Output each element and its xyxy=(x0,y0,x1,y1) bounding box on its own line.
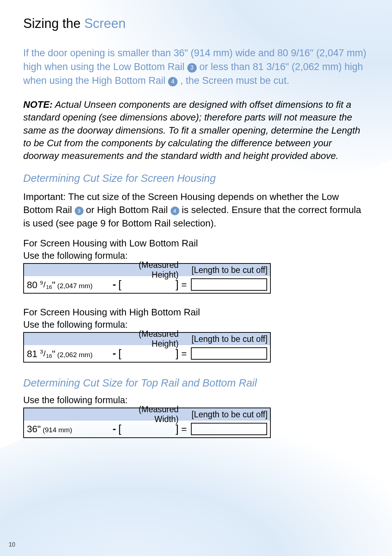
title-prefix: Sizing the xyxy=(23,16,84,31)
important-text-2: or High Bottom Rail xyxy=(86,204,171,215)
part-badge-3-icon: 3 xyxy=(187,63,197,73)
formula-high-use-line: Use the following formula: xyxy=(23,319,369,330)
fraction-numerator: 9 xyxy=(40,279,43,286)
formula-low-label: For Screen Housing with Low Bottom Rail xyxy=(23,238,369,249)
part-badge-4-icon: 4 xyxy=(171,207,179,215)
header-length-cut: [Length to be cut off] xyxy=(189,410,270,420)
measured-height-blank xyxy=(121,348,175,359)
const-unit: " xyxy=(52,279,55,290)
formula-high-label-main: For Screen Housing xyxy=(23,307,110,318)
close-bracket: ] xyxy=(176,278,179,291)
close-bracket: ] xyxy=(176,423,179,435)
section-heading-rails: Determining Cut Size for Top Rail and Bo… xyxy=(23,377,369,389)
fraction-slash: / xyxy=(43,280,46,289)
important-paragraph: Important: The cut size of the Screen Ho… xyxy=(23,190,369,230)
formula-high-label: For Screen Housing with High Bottom Rail xyxy=(23,307,369,318)
open-bracket: [ xyxy=(118,278,121,291)
equals-symbol: = xyxy=(179,424,189,435)
title-accent: Screen xyxy=(84,16,126,31)
formula-low-label-main: For Screen Housing xyxy=(23,238,110,249)
formula-low-use-line: Use the following formula: xyxy=(23,250,369,261)
minus-symbol: - xyxy=(110,279,118,290)
result-blank xyxy=(191,423,267,435)
formula-box-width: (Measured Width) [Length to be cut off] … xyxy=(23,408,271,438)
const-mm: (914 mm) xyxy=(41,426,72,434)
formula-low-label-light: with Low Bottom Rail xyxy=(110,238,198,249)
open-bracket: [ xyxy=(118,423,121,435)
const-unit: " xyxy=(37,424,41,434)
note-label: NOTE: xyxy=(23,99,53,110)
formula-header: (Measured Height) [Length to be cut off] xyxy=(24,333,270,345)
formula-box-high: (Measured Height) [Length to be cut off]… xyxy=(23,332,271,363)
measured-height-blank xyxy=(121,279,175,290)
note-paragraph: NOTE: Actual Unseen components are desig… xyxy=(23,98,369,162)
fraction: 3/16 xyxy=(40,348,52,359)
formula-width-use-line: Use the following formula: xyxy=(23,395,369,405)
const-whole: 80 xyxy=(27,279,40,290)
page-content: Sizing the Screen If the door opening is… xyxy=(0,0,392,466)
header-measured-height: (Measured Height) xyxy=(114,329,189,349)
header-measured-width: (Measured Width) xyxy=(114,405,189,424)
minus-symbol: - xyxy=(110,348,118,359)
formula-header: (Measured Height) [Length to be cut off] xyxy=(24,264,270,276)
header-measured-height: (Measured Height) xyxy=(114,260,189,280)
equals-symbol: = xyxy=(179,279,189,290)
note-body: Actual Unseen components are designed wi… xyxy=(23,99,360,161)
const-whole: 81 xyxy=(27,348,40,359)
intro-paragraph: If the door opening is smaller than 36" … xyxy=(23,46,369,87)
formula-high-label-light: with High Bottom Rail xyxy=(110,307,200,318)
const-whole: 36 xyxy=(27,424,37,434)
part-badge-3-icon: 3 xyxy=(75,207,83,215)
section-heading-housing: Determining Cut Size for Screen Housing xyxy=(23,172,369,184)
open-bracket: [ xyxy=(118,347,121,360)
const-mm: (2,047 mm) xyxy=(56,282,93,290)
result-blank xyxy=(191,347,267,360)
minus-symbol: - xyxy=(110,423,118,435)
const-mm: (2,062 mm) xyxy=(56,351,93,359)
fraction-denominator: 16 xyxy=(46,353,52,359)
intro-text-3: , the Screen must be cut. xyxy=(180,75,289,86)
result-blank xyxy=(191,278,267,291)
page-number: 10 xyxy=(9,541,15,548)
measured-width-blank xyxy=(121,424,175,434)
header-length-cut: [Length to be cut off] xyxy=(189,334,270,344)
equals-symbol: = xyxy=(179,348,189,359)
close-bracket: ] xyxy=(176,347,179,360)
constant-value: 81 3/16" (2,062 mm) xyxy=(27,348,110,360)
formula-box-low: (Measured Height) [Length to be cut off]… xyxy=(23,263,271,294)
fraction-slash: / xyxy=(43,349,46,358)
constant-value: 80 9/16" (2,047 mm) xyxy=(27,279,110,291)
part-badge-4-icon: 4 xyxy=(168,77,177,86)
fraction-denominator: 16 xyxy=(46,284,52,290)
const-unit: " xyxy=(52,348,55,359)
header-length-cut: [Length to be cut off] xyxy=(189,265,270,275)
formula-header: (Measured Width) [Length to be cut off] xyxy=(24,408,270,421)
fraction-numerator: 3 xyxy=(40,348,43,355)
page-title: Sizing the Screen xyxy=(23,16,369,31)
constant-value: 36" (914 mm) xyxy=(27,424,110,435)
fraction: 9/16 xyxy=(40,279,52,290)
